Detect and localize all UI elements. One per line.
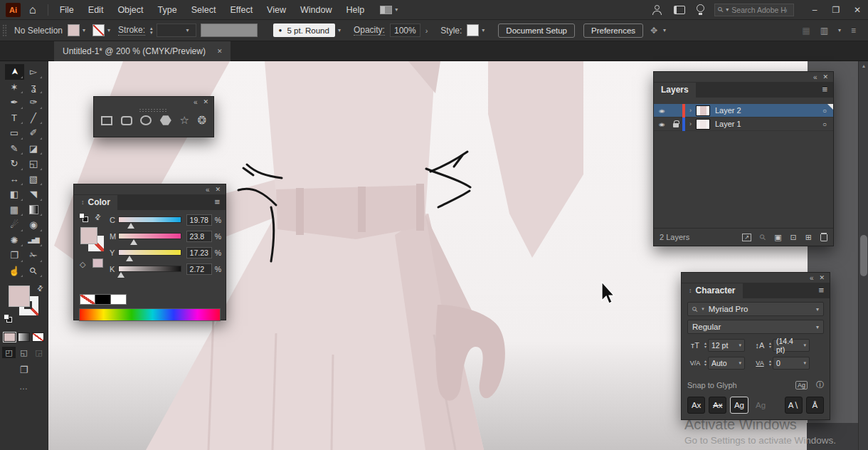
eraser-tool[interactable]: ◪ xyxy=(24,141,43,157)
stroke-color-dropdown[interactable]: ▾ xyxy=(92,24,113,36)
shape-builder-tool[interactable]: ◧ xyxy=(5,187,24,202)
expand-chevron-icon[interactable]: › xyxy=(685,120,696,127)
align-chevron-icon[interactable]: ▾ xyxy=(663,27,666,33)
artboard-tool[interactable]: ❐ xyxy=(5,248,24,263)
leading-stepper[interactable]: ▴▾ xyxy=(769,342,771,349)
collapse-panel-icon[interactable]: « xyxy=(206,186,209,194)
magenta-slider[interactable] xyxy=(118,233,181,239)
magenta-value[interactable]: 23.8 xyxy=(186,231,212,242)
column-graph-tool[interactable]: ▂▅▇ xyxy=(24,233,43,248)
color-button[interactable] xyxy=(4,333,16,342)
locate-object-icon[interactable]: ⚲ xyxy=(758,232,768,243)
in-gamut-color-chip[interactable] xyxy=(92,258,103,268)
free-transform-tool[interactable]: ▧ xyxy=(24,172,43,187)
menu-window[interactable]: Window xyxy=(293,1,339,19)
new-sublayer-icon[interactable]: ⊡ xyxy=(790,233,797,242)
type-tool[interactable]: T xyxy=(5,110,24,126)
paintbrush-tool[interactable]: ✐ xyxy=(24,125,43,141)
collapse-panel-icon[interactable]: « xyxy=(810,274,813,282)
close-panel-icon[interactable]: ✕ xyxy=(215,186,221,193)
black-value[interactable]: 2.72 xyxy=(186,263,212,275)
preferences-button[interactable]: Preferences xyxy=(583,23,643,38)
collapse-panel-icon[interactable]: « xyxy=(813,73,817,81)
layer-row-layer-1[interactable]: ◉ › Layer 1 ○ xyxy=(654,117,833,131)
stroke-weight-dropdown[interactable]: ▾ xyxy=(157,23,196,37)
tab-character[interactable]: ↕ Character xyxy=(682,283,743,298)
rectangle-shape-icon[interactable] xyxy=(101,116,112,125)
direct-selection-tool[interactable]: ▻ xyxy=(24,64,43,80)
stroke-weight-label[interactable]: Stroke: xyxy=(118,25,145,36)
brush-definition-dropdown[interactable]: ● 5 pt. Round xyxy=(273,23,335,37)
snap-glyph-bounds-proportional-button[interactable]: Ag xyxy=(752,397,770,414)
kerning-stepper[interactable]: ▴▾ xyxy=(704,360,706,367)
restore-button[interactable]: ❐ xyxy=(825,0,847,19)
bar-drag-handle[interactable] xyxy=(2,24,7,37)
chevron-down-icon[interactable]: ▾ xyxy=(838,27,841,33)
gradient-button[interactable] xyxy=(18,333,30,342)
visibility-eye-icon[interactable]: ◉ xyxy=(654,120,669,128)
layer-row-layer-2[interactable]: ◉ › Layer 2 ○ xyxy=(654,104,833,117)
chevron-down-icon[interactable]: ▾ xyxy=(107,27,110,33)
opacity-label[interactable]: Opacity: xyxy=(354,25,385,36)
black-slider[interactable] xyxy=(118,266,181,272)
menu-effect[interactable]: Effect xyxy=(223,1,260,19)
tab-color[interactable]: ↕ Color xyxy=(74,195,117,210)
rectangle-tool[interactable]: ▭ xyxy=(5,125,24,141)
panel-menu-icon[interactable]: ≡ xyxy=(214,197,220,207)
properties-toggle-icon[interactable]: ▥ xyxy=(820,26,828,36)
kerning-field[interactable]: Auto▾ xyxy=(708,357,745,370)
scale-tool[interactable]: ◱ xyxy=(24,156,43,172)
panel-menu-icon[interactable]: ≡ xyxy=(818,285,824,295)
chevron-down-icon[interactable]: ▾ xyxy=(816,306,819,313)
share-profile-icon[interactable] xyxy=(652,5,662,15)
swap-fill-stroke-icon[interactable]: ⇄ xyxy=(35,283,45,293)
target-circle-icon[interactable]: ○ xyxy=(816,120,833,128)
snap-anchor-point-button[interactable]: Å xyxy=(806,397,824,414)
brush-chevron-icon[interactable]: ▾ xyxy=(338,27,341,33)
menu-select[interactable]: Select xyxy=(184,1,223,19)
pen-tool[interactable]: ✒ xyxy=(5,95,24,110)
font-style-field[interactable]: Regular ▾ xyxy=(687,320,824,334)
magenta-slider-thumb[interactable] xyxy=(130,239,137,245)
white-swatch[interactable] xyxy=(111,294,127,305)
collect-for-export-icon[interactable]: ↗ xyxy=(742,234,751,241)
magic-wand-tool[interactable]: ✶ xyxy=(5,80,24,95)
black-slider-thumb[interactable] xyxy=(117,272,125,278)
zoom-tool[interactable]: ⚲ xyxy=(24,263,43,279)
document-tab[interactable]: Untitled-1* @ 200 % (CMYK/Preview) ✕ xyxy=(54,41,231,61)
mesh-tool[interactable]: ▦ xyxy=(5,202,24,218)
leading-field[interactable]: (14.4 pt)▾ xyxy=(773,339,810,352)
rotate-tool[interactable]: ↻ xyxy=(5,156,24,172)
opacity-value[interactable]: 100% xyxy=(390,23,420,37)
make-clipping-mask-icon[interactable]: ▣ xyxy=(774,233,781,242)
expand-chevron-icon[interactable]: › xyxy=(685,107,696,114)
layer-thumbnail[interactable] xyxy=(696,105,710,116)
none-swatch[interactable] xyxy=(80,294,95,305)
tab-layers[interactable]: Layers xyxy=(654,83,696,98)
yellow-value[interactable]: 17.23 xyxy=(186,247,212,258)
glyph-badge-icon[interactable]: Ag xyxy=(795,381,808,389)
cyan-slider-thumb[interactable] xyxy=(127,223,134,229)
draw-inside-icon[interactable]: ◲ xyxy=(32,347,46,358)
tracking-stepper[interactable]: ▴▾ xyxy=(769,360,771,367)
menu-object[interactable]: Object xyxy=(110,1,150,19)
hand-tool[interactable]: ☝ xyxy=(5,263,24,279)
panel-drag-handle[interactable] xyxy=(139,108,167,112)
change-screen-mode-icon[interactable]: ❐ xyxy=(0,365,48,375)
menu-type[interactable]: Type xyxy=(151,1,184,19)
color-spectrum-bar[interactable] xyxy=(79,308,221,321)
menu-view[interactable]: View xyxy=(260,1,293,19)
help-search-box[interactable]: ⚲ ▾ xyxy=(714,4,794,16)
lock-toggle[interactable] xyxy=(669,121,682,127)
selection-tool[interactable]: ➤ xyxy=(5,64,24,80)
close-panel-icon[interactable]: ✕ xyxy=(822,73,828,80)
stroke-none-swatch[interactable] xyxy=(92,24,105,36)
scroll-up-icon[interactable]: ▴ xyxy=(859,63,868,69)
layer-thumbnail[interactable] xyxy=(696,119,710,130)
line-segment-tool[interactable]: ╱ xyxy=(24,110,43,126)
default-fill-stroke-icon[interactable] xyxy=(4,314,12,323)
touch-workspace-icon[interactable]: ▦ xyxy=(802,26,810,36)
out-of-gamut-cube-icon[interactable]: ◇ xyxy=(80,260,85,269)
font-size-field[interactable]: 12 pt▾ xyxy=(708,339,745,352)
chevron-down-icon[interactable]: ▾ xyxy=(83,27,85,33)
